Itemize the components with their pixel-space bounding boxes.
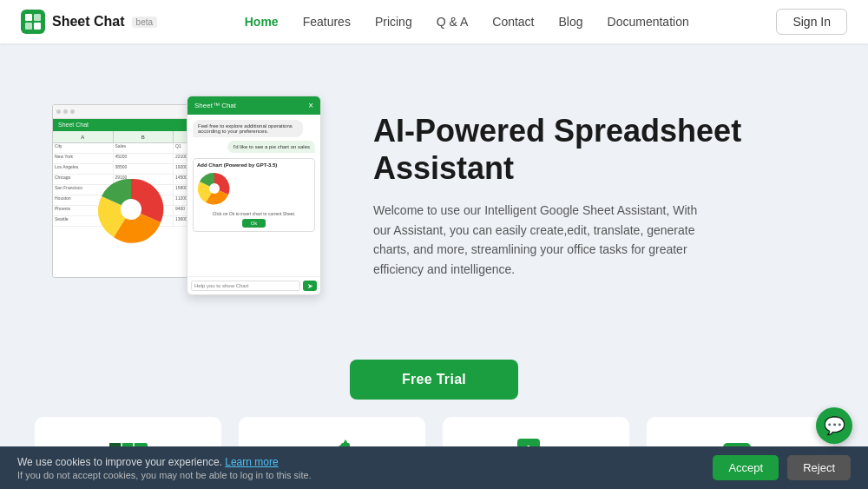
beta-badge: beta <box>132 17 157 28</box>
cookie-banner: We use cookies to improve your experienc… <box>0 446 868 489</box>
hero-text: AI-Powered Spreadsheet Assistant Welcome… <box>373 112 816 279</box>
hero-title: AI-Powered Spreadsheet Assistant <box>373 112 816 187</box>
svg-rect-1 <box>25 14 32 21</box>
chat-input[interactable] <box>191 281 300 291</box>
hero-section: Sheet Chat A B C D City Sales Q1 Q2 New … <box>0 43 868 339</box>
svg-rect-2 <box>34 14 41 21</box>
chat-fab-button[interactable]: 💬 <box>816 407 852 444</box>
chat-title: Sheet™ Chat <box>194 102 236 109</box>
chat-input-row: ➤ <box>187 276 320 294</box>
nav-contact[interactable]: Contact <box>492 15 534 29</box>
reject-button[interactable]: Reject <box>787 455 851 480</box>
navbar: Sheet Chat beta Home Features Pricing Q … <box>0 0 868 43</box>
nav-pricing[interactable]: Pricing <box>375 15 412 29</box>
learn-more-link[interactable]: Learn more <box>225 456 278 468</box>
sheet-cell: 38500 <box>114 164 174 175</box>
sheet-cell: Los Angeles <box>53 164 114 175</box>
chat-header: Sheet™ Chat × <box>187 96 320 115</box>
col-header: B <box>114 131 174 143</box>
cookie-message: We use cookies to improve your experienc… <box>17 456 222 468</box>
svg-rect-3 <box>25 23 32 30</box>
chat-body: Feel free to explore additional operatio… <box>187 115 320 276</box>
nav-blog[interactable]: Blog <box>559 15 583 29</box>
chat-send-button[interactable]: ➤ <box>303 281 317 291</box>
col-header: A <box>53 131 114 143</box>
free-trial-button[interactable]: Free Trial <box>350 360 518 400</box>
cta-section: Free Trial <box>0 339 868 417</box>
brand-name: Sheet Chat <box>52 14 125 30</box>
chat-confirm-text: Click on Ok to insert chart to current S… <box>197 211 311 216</box>
chat-ok-button[interactable]: Ok <box>242 219 266 228</box>
svg-rect-0 <box>21 10 45 34</box>
cookie-line2: If you do not accept cookies, you may no… <box>17 470 713 480</box>
svg-rect-4 <box>34 23 41 30</box>
chat-confirm-title: Add Chart (Powered by GPT-3.5) <box>197 162 311 168</box>
logo-icon <box>21 10 45 34</box>
nav-documentation[interactable]: Documentation <box>608 15 689 29</box>
logo-area: Sheet Chat beta <box>21 10 157 34</box>
signin-button[interactable]: Sign In <box>776 9 847 35</box>
accept-button[interactable]: Accept <box>713 455 779 480</box>
toolbar-dot <box>56 109 61 114</box>
sheet-cell: 45200 <box>114 154 174 164</box>
toolbar-dot <box>63 109 68 114</box>
pie-chart <box>96 175 166 244</box>
hero-description: Welcome to use our Intelligent Google Sh… <box>373 201 703 279</box>
toolbar-dot <box>70 109 75 114</box>
chat-close-icon[interactable]: × <box>308 101 313 110</box>
nav-home[interactable]: Home <box>245 15 279 29</box>
svg-point-8 <box>209 183 220 194</box>
chat-overlay: Sheet™ Chat × Feel free to explore addit… <box>187 96 321 295</box>
sheet-cell: New York <box>53 154 114 164</box>
hero-image: Sheet Chat A B C D City Sales Q1 Q2 New … <box>52 96 321 295</box>
chat-bubble-user: I'd like to see a pie chart on sales <box>227 141 315 153</box>
nav-qa[interactable]: Q & A <box>437 15 469 29</box>
cookie-text: We use cookies to improve your experienc… <box>17 456 713 480</box>
nav-links: Home Features Pricing Q & A Contact Blog… <box>245 15 689 29</box>
cookie-line1: We use cookies to improve your experienc… <box>17 456 713 468</box>
nav-features[interactable]: Features <box>303 15 351 29</box>
chat-pie-mini <box>197 171 232 206</box>
sheet-cell: Sales <box>114 143 174 154</box>
svg-point-6 <box>121 199 141 220</box>
chat-bubble-assistant: Feel free to explore additional operatio… <box>193 120 303 137</box>
chat-fab-icon: 💬 <box>824 415 845 436</box>
chat-confirm-box: Add Chart (Powered by GPT-3.5) Click on … <box>193 158 315 232</box>
sheet-cell: City <box>53 143 114 154</box>
cookie-buttons: Accept Reject <box>713 455 851 480</box>
